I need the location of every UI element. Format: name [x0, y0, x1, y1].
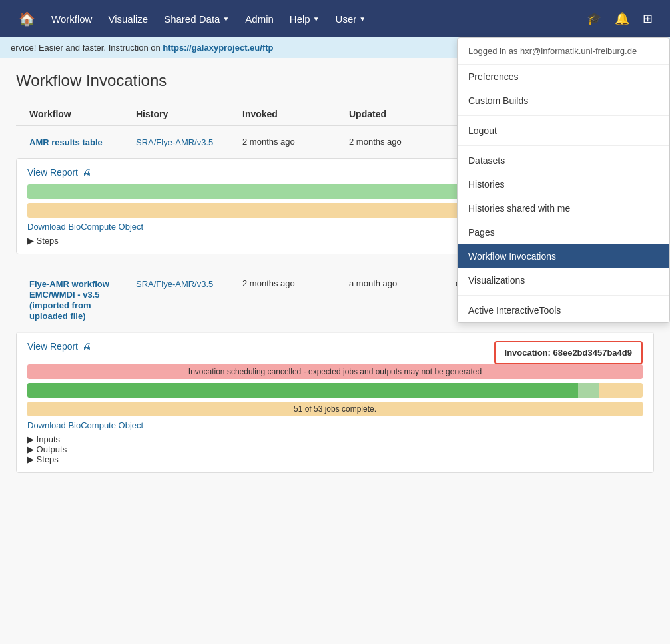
workflow-invocations-menu-item[interactable]: Workflow Invocations	[458, 244, 669, 268]
shared-data-nav-item[interactable]: Shared Data ▼	[156, 0, 237, 37]
history-name-cell: SRA/Flye-AMR/v3.5	[131, 134, 237, 150]
histories-shared-menu-item[interactable]: Histories shared with me	[458, 196, 669, 220]
history-name-cell-2: SRA/Flye-AMR/v3.5	[131, 276, 237, 292]
updated-time-cell: 2 months ago	[344, 134, 450, 149]
card-body-2: View Report 🖨 Invocation: 68ee2bd3457ba4…	[17, 332, 653, 472]
workflow-column-header: Workflow	[24, 109, 131, 119]
workflow-name: AMR results table	[29, 137, 103, 147]
pages-menu-item[interactable]: Pages	[458, 220, 669, 244]
compound-progress-bar	[27, 383, 643, 398]
histories-menu-item[interactable]: Histories	[458, 172, 669, 196]
user-dropdown-menu: Logged in as hxr@informatik.uni-freiburg…	[457, 37, 670, 323]
grid-icon[interactable]: ⊞	[636, 0, 659, 37]
admin-nav-item[interactable]: Admin	[237, 0, 282, 37]
view-report-2-link[interactable]: View Report 🖨	[27, 341, 91, 352]
inputs-toggle[interactable]: ▶ Inputs	[27, 434, 643, 444]
help-nav-item[interactable]: Help ▼	[282, 0, 328, 37]
print-icon: 🖨	[82, 167, 91, 178]
visualizations-menu-item[interactable]: Visualizations	[458, 268, 669, 292]
logout-menu-item[interactable]: Logout	[458, 119, 669, 143]
help-dropdown-arrow: ▼	[313, 15, 320, 23]
workflow-nav-item[interactable]: Workflow	[43, 0, 100, 37]
cancelled-progress-bar: Invocation scheduling cancelled - expect…	[27, 364, 643, 379]
user-dropdown-arrow: ▼	[359, 15, 366, 23]
custom-builds-menu-item[interactable]: Custom Builds	[458, 89, 669, 113]
view-report-1-link[interactable]: View Report 🖨	[27, 167, 91, 178]
graduation-icon[interactable]: 🎓	[580, 0, 608, 37]
history-column-header: History	[131, 109, 237, 119]
jobs-success-segment	[27, 383, 578, 398]
download-biocompute-2-link[interactable]: Download BioCompute Object	[27, 420, 643, 430]
workflow-name-2: Flye-AMR workflow EMC/WMDI - v3.5 (impor…	[29, 279, 109, 321]
visualize-nav-item[interactable]: Visualize	[100, 0, 156, 37]
jobs-progress-label-2: 51 of 53 jobs complete.	[27, 402, 643, 416]
ftp-link[interactable]: https://galaxyproject.eu/ftp	[163, 43, 273, 53]
user-nav-item[interactable]: User ▼	[328, 0, 374, 37]
steps-toggle-2[interactable]: ▶ Steps	[27, 454, 643, 464]
active-interactive-tools-menu-item[interactable]: Active InteractiveTools	[458, 298, 669, 322]
navbar: 🏠 Workflow Visualize Shared Data ▼ Admin…	[0, 0, 670, 37]
workflow-name-cell-2: Flye-AMR workflow EMC/WMDI - v3.5 (impor…	[24, 276, 131, 324]
updated-time-cell-2: a month ago	[344, 276, 450, 291]
invoked-time-cell: 2 months ago	[237, 134, 344, 149]
user-email-header: Logged in as hxr@informatik.uni-freiburg…	[458, 38, 669, 65]
invoked-column-header: Invoked	[237, 109, 344, 119]
workflow-name-cell: AMR results table	[24, 134, 131, 150]
invocation-2-card: View Report 🖨 Invocation: 68ee2bd3457ba4…	[16, 332, 654, 473]
invoked-time-cell-2: 2 months ago	[237, 276, 344, 291]
cancelled-progress-fill: Invocation scheduling cancelled - expect…	[27, 364, 643, 379]
updated-column-header: Updated	[344, 109, 450, 119]
print-icon-2: 🖨	[82, 341, 91, 352]
datasets-menu-item[interactable]: Datasets	[458, 149, 669, 172]
jobs-partial-segment	[578, 383, 599, 398]
invocation-id-box: Invocation: 68ee2bd3457ba4d9	[494, 341, 643, 364]
history-name[interactable]: SRA/Flye-AMR/v3.5	[136, 137, 213, 147]
outputs-toggle[interactable]: ▶ Outputs	[27, 444, 643, 454]
bell-icon[interactable]: 🔔	[608, 0, 636, 37]
jobs-pending-segment	[599, 383, 643, 398]
home-nav-button[interactable]: 🏠	[11, 0, 43, 37]
history-name-2[interactable]: SRA/Flye-AMR/v3.5	[136, 279, 213, 289]
preferences-menu-item[interactable]: Preferences	[458, 65, 669, 89]
shared-data-dropdown-arrow: ▼	[222, 15, 229, 23]
